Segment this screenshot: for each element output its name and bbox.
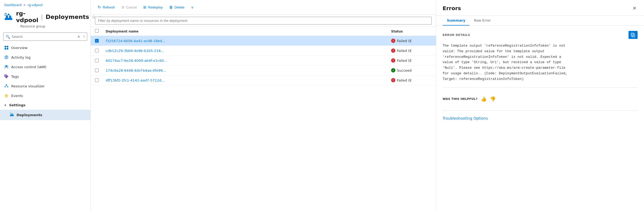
divider-2: [443, 111, 638, 111]
panel-header: Errors ✕: [436, 0, 644, 16]
sidebar-item-activity-log[interactable]: Activity log: [0, 52, 90, 62]
success-icon: ✓: [391, 68, 395, 72]
delete-button[interactable]: 🗑 Delete: [166, 3, 187, 11]
troubleshooting-options-link[interactable]: Troubleshooting Options: [443, 116, 488, 120]
table-row[interactable]: 174c6a28-6448-4dcf-b4ae-0fe99... ✓ Succe…: [91, 66, 436, 75]
delete-label: Delete: [174, 5, 185, 9]
row-name-4: 174c6a28-6448-4dcf-b4ae-0fe99...: [104, 68, 389, 72]
row-checkbox-2[interactable]: [95, 49, 104, 52]
chevron-down-icon: ∨: [4, 104, 6, 107]
table-row[interactable]: 60174ac7-6e28-4009-ab4f-e1c60... ! Faile…: [91, 56, 436, 66]
redeploy-button[interactable]: ⊞ Redeploy: [141, 3, 165, 11]
panel-body: ERROR DETAILS The template output 'refer…: [436, 26, 644, 211]
tab-raw-error[interactable]: Raw Error: [470, 16, 495, 26]
table-header: Deployment name Status: [91, 27, 436, 36]
delete-icon: 🗑: [169, 5, 173, 9]
deployments-icon: [10, 112, 14, 117]
left-panel: Dashboard > rg-vdpool rg-vdpool: [0, 0, 91, 211]
svg-rect-12: [7, 46, 8, 47]
breadcrumb-resource[interactable]: rg-vdpool: [27, 3, 43, 7]
row-checkbox-5[interactable]: [95, 78, 104, 82]
thumbs-down-button[interactable]: 👎: [490, 96, 496, 102]
filter-input[interactable]: [95, 17, 432, 25]
search-clear-button[interactable]: ✕: [77, 35, 80, 39]
resource-group-icon: [4, 12, 13, 22]
sidebar-item-label-tags: Tags: [11, 75, 19, 79]
copy-button[interactable]: [629, 31, 638, 39]
error-details-header: ERROR DETAILS: [443, 31, 638, 39]
cancel-icon: ⊘: [121, 5, 125, 9]
table-body: f3258724-6656-4a41-acd8-18ed... ! Failed…: [91, 36, 436, 211]
sidebar-item-label-overview: Overview: [11, 46, 27, 50]
resource-name: rg-vdpool: [16, 10, 38, 23]
search-icon: 🔍: [6, 35, 10, 39]
svg-rect-2: [9, 16, 11, 18]
cancel-button[interactable]: ⊘ Cancel: [119, 3, 140, 11]
sidebar-item-tags[interactable]: Tags: [0, 72, 90, 81]
table-row[interactable]: cdb12c29-3bb9-4e9b-b1b5-216... ! Failed …: [91, 46, 436, 56]
thumbs-up-button[interactable]: 👍: [481, 96, 487, 102]
svg-point-21: [5, 66, 6, 67]
svg-rect-31: [12, 114, 13, 115]
row-name-5: dff13bf2-2fc1-4142-aad7-5712d...: [104, 78, 389, 82]
row-name-2: cdb12c29-3bb9-4e9b-b1b5-216...: [104, 49, 389, 53]
svg-rect-18: [6, 58, 7, 58]
search-collapse-button[interactable]: 《: [82, 34, 85, 39]
breadcrumb-dashboard[interactable]: Dashboard: [4, 3, 22, 7]
sidebar-item-label-visualizer: Resource visualizer: [11, 84, 45, 88]
svg-line-26: [5, 85, 6, 86]
sidebar-item-overview[interactable]: Overview: [0, 43, 90, 52]
failed-icon: !: [391, 58, 395, 63]
svg-rect-29: [10, 115, 14, 116]
panel-title: Errors: [443, 5, 461, 11]
sidebar-item-resource-visualizer[interactable]: Resource visualizer: [0, 81, 90, 91]
row-checkbox-1[interactable]: [95, 39, 104, 43]
svg-point-5: [8, 14, 9, 15]
row-checkbox-3[interactable]: [95, 59, 104, 62]
activity-log-icon: [4, 55, 9, 59]
svg-rect-13: [5, 48, 6, 50]
divider: [443, 87, 638, 88]
error-text: The template output 'referenceRegistrati…: [443, 43, 638, 82]
svg-point-20: [7, 66, 8, 67]
sidebar-item-label-iam: Access control (IAM): [11, 65, 46, 69]
svg-rect-8: [5, 14, 6, 16]
close-button[interactable]: ✕: [631, 4, 638, 12]
resource-page: Deployments: [46, 14, 89, 20]
tags-icon: [4, 74, 9, 79]
more-toolbar-button[interactable]: ∨: [188, 4, 196, 11]
visualizer-icon: [4, 84, 9, 88]
svg-point-25: [7, 86, 8, 87]
row-checkbox-4[interactable]: [95, 68, 104, 72]
table-row[interactable]: f3258724-6656-4a41-acd8-18ed... ! Failed…: [91, 36, 436, 46]
svg-rect-40: [631, 33, 634, 36]
search-input[interactable]: [12, 35, 76, 39]
sidebar-item-deployments[interactable]: Deployments: [0, 110, 90, 120]
failed-icon: !: [391, 48, 395, 53]
refresh-button[interactable]: ↻ Refresh: [95, 3, 118, 11]
overview-icon: [4, 46, 9, 50]
redeploy-label: Redeploy: [148, 5, 163, 9]
select-all-checkbox[interactable]: [95, 29, 104, 34]
tab-summary[interactable]: Summary: [443, 16, 470, 26]
sidebar-sub-item-label-deployments: Deployments: [17, 113, 42, 117]
more-icon: ∨: [191, 5, 194, 9]
sidebar-item-events[interactable]: Events: [0, 91, 90, 100]
sidebar-section-label-settings: Settings: [9, 103, 25, 107]
search-container: 🔍 ✕ 《: [3, 33, 87, 41]
refresh-label: Refresh: [103, 5, 115, 9]
filter-row: [91, 15, 436, 27]
table-row[interactable]: dff13bf2-2fc1-4142-aad7-5712d... ! Faile…: [91, 75, 436, 85]
svg-line-33: [12, 113, 13, 114]
breadcrumb-separator: >: [23, 3, 26, 7]
svg-marker-28: [5, 94, 8, 98]
svg-rect-0: [5, 18, 12, 20]
row-name-3: 60174ac7-6e28-4009-ab4f-e1c60...: [104, 59, 389, 63]
redeploy-icon: ⊞: [143, 5, 146, 9]
sidebar-section-settings[interactable]: ∨ Settings: [0, 100, 90, 110]
row-status-3: ! Failed (E: [389, 58, 432, 63]
resource-subtitle: Resource group: [16, 25, 90, 30]
nav-list: Overview Activity log Access control (IA…: [0, 43, 90, 211]
sidebar-item-iam[interactable]: Access control (IAM): [0, 62, 90, 72]
main-content: ↻ Refresh ⊘ Cancel ⊞ Redeploy 🗑 Delete ∨…: [91, 0, 436, 211]
